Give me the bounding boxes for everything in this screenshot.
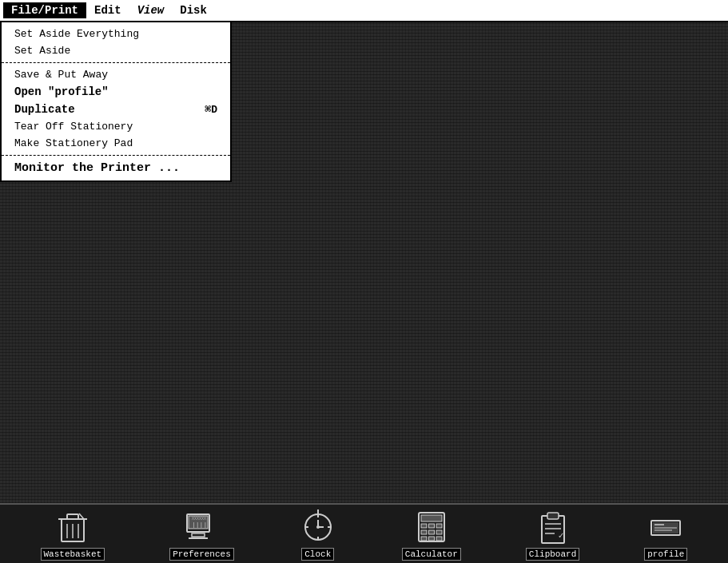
menu-disk[interactable]: Disk <box>172 2 215 18</box>
menu-view[interactable]: View <box>129 2 173 18</box>
svg-line-6 <box>79 513 84 519</box>
menu-item-monitor-printer[interactable]: Monitor the Printer ... <box>2 159 230 177</box>
svg-text:XXXXXX: XXXXXX <box>192 517 206 521</box>
svg-rect-28 <box>421 530 427 534</box>
svg-rect-27 <box>436 524 442 528</box>
separator-1 <box>2 62 230 63</box>
menu-item-set-aside-everything[interactable]: Set Aside Everything <box>2 26 230 42</box>
svg-rect-32 <box>428 537 434 541</box>
taskbar-item-preferences[interactable]: |||| XXXXXX Preferences <box>169 508 234 561</box>
wastebasket-label: Wastebasket <box>41 548 105 561</box>
menu-edit[interactable]: Edit <box>86 2 129 18</box>
menu-item-duplicate[interactable]: Duplicate ⌘D <box>2 101 230 118</box>
menu-item-make-stationery-pad[interactable]: Make Stationery Pad <box>2 135 230 152</box>
taskbar-item-wastebasket[interactable]: Wastebasket <box>41 508 105 561</box>
svg-rect-30 <box>436 530 442 534</box>
svg-rect-33 <box>436 537 442 541</box>
svg-rect-31 <box>421 537 427 541</box>
clipboard-label: Clipboard <box>526 548 579 561</box>
clock-label: Clock <box>301 548 334 561</box>
svg-rect-2 <box>67 514 78 519</box>
taskbar: Wastebasket |||| XXXXXX Preferences <box>0 503 728 563</box>
svg-point-21 <box>316 525 320 529</box>
preferences-icon: |||| XXXXXX <box>182 508 221 546</box>
taskbar-item-profile[interactable]: profile <box>644 508 687 561</box>
profile-label: profile <box>644 548 687 561</box>
menu-item-open-profile[interactable]: Open "profile" <box>2 83 230 101</box>
wastebasket-icon <box>54 508 92 546</box>
svg-rect-35 <box>547 513 559 519</box>
svg-rect-10 <box>192 533 205 537</box>
taskbar-item-clipboard[interactable]: ✓ Clipboard <box>526 508 579 561</box>
svg-rect-29 <box>428 530 434 534</box>
taskbar-item-clock[interactable]: Clock <box>299 508 337 561</box>
calculator-label: Calculator <box>402 548 461 561</box>
clipboard-icon: ✓ <box>534 508 572 546</box>
clock-icon <box>299 508 337 546</box>
menubar: File/Print Edit View Disk Set Aside Ever… <box>0 0 728 22</box>
svg-text:||||: |||| <box>192 521 207 528</box>
preferences-label: Preferences <box>169 548 234 561</box>
svg-rect-24 <box>421 515 442 521</box>
calculator-icon <box>412 508 451 546</box>
menu-item-save-put-away[interactable]: Save & Put Away <box>2 66 230 83</box>
menu-file-print[interactable]: File/Print <box>3 2 86 18</box>
profile-icon <box>646 508 685 546</box>
file-print-dropdown: Set Aside Everything Set Aside Save & Pu… <box>0 22 232 182</box>
svg-rect-26 <box>428 524 434 528</box>
menu-item-tear-off-stationery[interactable]: Tear Off Stationery <box>2 118 230 135</box>
menu-item-set-aside[interactable]: Set Aside <box>2 42 230 59</box>
desktop: File/Print Edit View Disk Set Aside Ever… <box>0 0 728 563</box>
taskbar-item-calculator[interactable]: Calculator <box>402 508 461 561</box>
separator-2 <box>2 155 230 156</box>
svg-rect-25 <box>421 524 427 528</box>
svg-text:✓: ✓ <box>558 532 564 541</box>
duplicate-shortcut: ⌘D <box>205 103 217 116</box>
